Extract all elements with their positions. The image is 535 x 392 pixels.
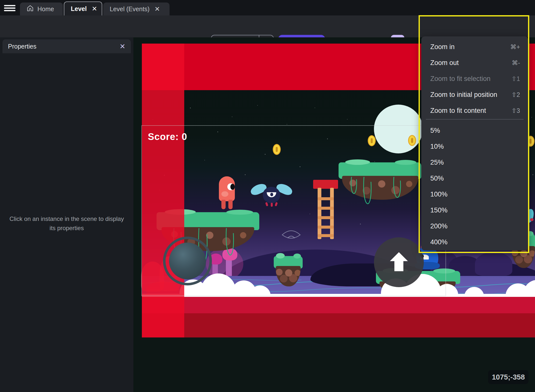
menu-item-label: 5%: [430, 127, 440, 134]
menu-item-zoom-150[interactable]: 150%: [421, 202, 528, 218]
tab-level[interactable]: Level ✕: [64, 1, 102, 15]
eye-outline-decoration: [281, 228, 301, 242]
menu-item-shortcut: ⇧1: [511, 75, 520, 82]
score-text: Score: 0: [148, 131, 187, 142]
menu-item-zoom-to-fit-selection: Zoom to fit selection ⇧1: [421, 71, 528, 87]
star: [360, 224, 361, 224]
star: [327, 138, 328, 139]
tab-label: Home: [37, 5, 54, 13]
menu-item-zoom-in[interactable]: Zoom in ⌘+: [421, 39, 528, 55]
menu-item-zoom-out[interactable]: Zoom out ⌘-: [421, 55, 528, 71]
close-icon[interactable]: ✕: [120, 42, 125, 51]
tab-level-events[interactable]: Level (Events) ✕: [103, 2, 170, 15]
menu-item-zoom-200[interactable]: 200%: [421, 218, 528, 234]
menu-item-shortcut: ⌘-: [512, 59, 520, 66]
star: [190, 108, 191, 108]
star: [164, 175, 165, 176]
menu-item-label: Zoom out: [430, 59, 459, 67]
star: [315, 108, 315, 108]
tab-home[interactable]: Home: [20, 2, 63, 15]
star: [310, 214, 310, 214]
coin[interactable]: [408, 135, 416, 146]
zoom-dropdown-menu: Zoom in ⌘+Zoom out ⌘-Zoom to fit selecti…: [421, 36, 528, 250]
menu-item-label: 10%: [430, 143, 444, 150]
cursor-coordinates: 1075;-358: [488, 370, 529, 384]
star: [347, 119, 348, 120]
star: [217, 131, 218, 132]
menu-item-zoom-to-initial-position[interactable]: Zoom to initial position ⇧2: [421, 87, 528, 103]
menu-item-label: Zoom to fit content: [430, 107, 486, 115]
ladder-top-cap: [313, 180, 338, 189]
menu-item-label: 100%: [430, 191, 447, 198]
menu-item-label: 200%: [430, 222, 447, 230]
star: [533, 174, 533, 175]
star: [153, 119, 153, 120]
menu-item-label: 25%: [430, 159, 444, 166]
vines: [344, 177, 419, 222]
coin[interactable]: [273, 144, 281, 155]
red-band-bottom-dark: [142, 313, 535, 337]
virtual-joystick[interactable]: [163, 237, 212, 285]
properties-panel-header: Properties ✕: [2, 39, 131, 53]
home-icon: [26, 4, 34, 13]
star: [374, 161, 375, 162]
star: [245, 174, 246, 175]
menu-item-label: 50%: [430, 175, 444, 182]
coin[interactable]: [368, 135, 376, 146]
hamburger-menu-icon[interactable]: [4, 5, 15, 11]
star: [287, 124, 287, 125]
menu-item-shortcut: ⇧3: [511, 107, 520, 114]
star: [204, 160, 205, 160]
star: [532, 117, 532, 118]
close-tab-icon[interactable]: ✕: [155, 5, 160, 13]
jump-arrow-button[interactable]: [374, 237, 424, 287]
star: [265, 154, 266, 155]
menu-divider: [426, 119, 524, 120]
menu-item-label: 150%: [430, 206, 447, 214]
star: [300, 166, 300, 167]
tab-label: Level (Events): [110, 5, 150, 13]
menu-item-label: Zoom to initial position: [430, 91, 497, 99]
menu-item-shortcut: ⌘+: [510, 43, 520, 51]
properties-title: Properties: [8, 43, 36, 50]
menu-item-zoom-5[interactable]: 5%: [421, 123, 528, 138]
menu-item-zoom-50[interactable]: 50%: [421, 170, 528, 186]
star: [232, 117, 232, 117]
star: [257, 105, 258, 106]
menu-item-zoom-400[interactable]: 400%: [421, 234, 528, 250]
menu-item-label: Zoom in: [430, 43, 455, 51]
toolbar: Preview Publish: [0, 15, 535, 37]
moon[interactable]: [374, 105, 423, 153]
tab-label: Level: [71, 5, 87, 12]
menu-item-label: 400%: [430, 238, 447, 246]
properties-panel: Properties ✕ Click on an instance in the…: [0, 37, 133, 392]
menu-item-shortcut: ⇧2: [511, 91, 520, 98]
star: [160, 190, 160, 190]
properties-hint-text: Click on an instance in the scene to dis…: [9, 214, 125, 233]
close-tab-icon[interactable]: ✕: [92, 5, 97, 13]
tab-bar: Home Level ✕ Level (Events) ✕: [0, 0, 535, 15]
menu-item-zoom-to-fit-content[interactable]: Zoom to fit content ⇧3: [421, 103, 528, 119]
menu-item-label: Zoom to fit selection: [430, 75, 491, 83]
menu-item-zoom-10[interactable]: 10%: [421, 138, 528, 154]
menu-item-zoom-100[interactable]: 100%: [421, 186, 528, 202]
menu-item-zoom-25[interactable]: 25%: [421, 154, 528, 170]
up-arrow-icon: [385, 249, 412, 276]
